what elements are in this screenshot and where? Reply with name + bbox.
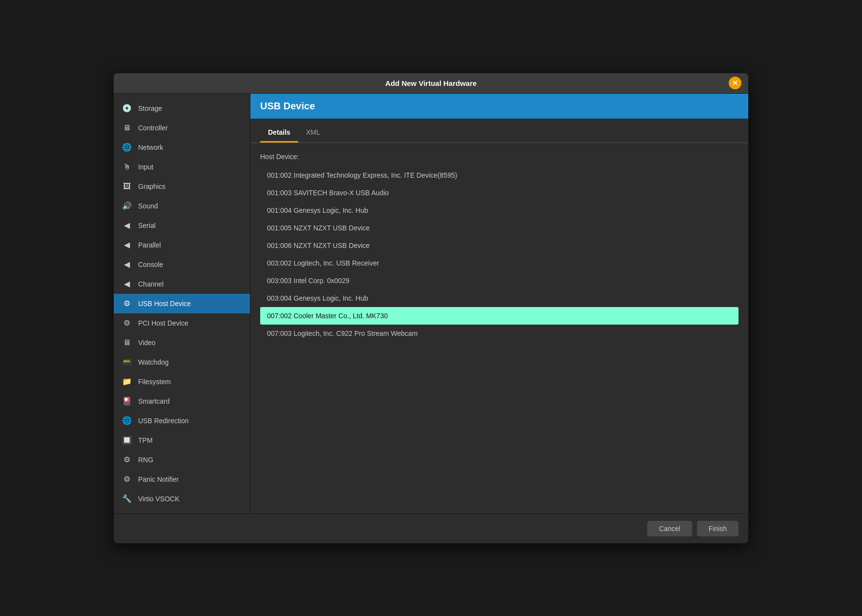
sidebar: 💿Storage🖥Controller🌐Network🖱Input🖼Graphi… bbox=[114, 94, 250, 513]
cancel-button[interactable]: Cancel bbox=[647, 521, 692, 536]
sidebar-item-console[interactable]: ◀Console bbox=[114, 255, 250, 274]
tab-details[interactable]: Details bbox=[260, 123, 298, 143]
finish-button[interactable]: Finish bbox=[697, 521, 739, 536]
sidebar-label-graphics: Graphics bbox=[138, 183, 165, 190]
controller-icon: 🖥 bbox=[122, 123, 132, 133]
channel-icon: ◀ bbox=[122, 279, 132, 289]
device-item-d6[interactable]: 003:002 Logitech, Inc. USB Receiver bbox=[260, 254, 739, 272]
pci-host-icon: ⚙ bbox=[122, 318, 132, 329]
sidebar-label-smartcard: Smartcard bbox=[138, 397, 170, 405]
device-item-d1[interactable]: 001:002 Integrated Technology Express, I… bbox=[260, 166, 739, 184]
usb-redirect-icon: 🌐 bbox=[122, 415, 132, 426]
device-list: 001:002 Integrated Technology Express, I… bbox=[260, 166, 739, 342]
sidebar-label-watchdog: Watchdog bbox=[138, 358, 169, 366]
panic-notifier-icon: ⚙ bbox=[122, 474, 132, 485]
sidebar-item-pci-host[interactable]: ⚙PCI Host Device bbox=[114, 313, 250, 333]
sidebar-item-virtio-vsock[interactable]: 🔧Virtio VSOCK bbox=[114, 489, 250, 509]
sidebar-label-pci-host: PCI Host Device bbox=[138, 319, 188, 327]
sidebar-label-parallel: Parallel bbox=[138, 241, 161, 249]
panel-body: Host Device: 001:002 Integrated Technolo… bbox=[250, 143, 748, 513]
sidebar-item-usb-redirect[interactable]: 🌐USB Redirection bbox=[114, 411, 250, 431]
network-icon: 🌐 bbox=[122, 142, 132, 153]
device-item-d3[interactable]: 001:004 Genesys Logic, Inc. Hub bbox=[260, 202, 739, 219]
sidebar-item-channel[interactable]: ◀Channel bbox=[114, 274, 250, 294]
video-icon: 🖥 bbox=[122, 337, 132, 348]
console-icon: ◀ bbox=[122, 259, 132, 270]
tabs: DetailsXML bbox=[250, 123, 748, 143]
smartcard-icon: 🎴 bbox=[122, 396, 132, 407]
sidebar-label-sound: Sound bbox=[138, 202, 158, 210]
title-bar: Add New Virtual Hardware ✕ bbox=[114, 73, 748, 94]
sidebar-label-network: Network bbox=[138, 144, 163, 151]
sidebar-label-panic-notifier: Panic Notifier bbox=[138, 475, 179, 483]
host-device-label: Host Device: bbox=[260, 153, 739, 161]
input-icon: 🖱 bbox=[122, 162, 132, 172]
sidebar-label-input: Input bbox=[138, 163, 153, 171]
sidebar-label-virtio-vsock: Virtio VSOCK bbox=[138, 495, 180, 503]
sidebar-item-serial[interactable]: ◀Serial bbox=[114, 216, 250, 235]
sidebar-item-storage[interactable]: 💿Storage bbox=[114, 99, 250, 118]
device-item-d4[interactable]: 001:005 NZXT NZXT USB Device bbox=[260, 219, 739, 237]
sidebar-label-usb-host: USB Host Device bbox=[138, 300, 191, 308]
sidebar-item-smartcard[interactable]: 🎴Smartcard bbox=[114, 391, 250, 411]
dialog-content: 💿Storage🖥Controller🌐Network🖱Input🖼Graphi… bbox=[114, 94, 748, 513]
sidebar-item-panic-notifier[interactable]: ⚙Panic Notifier bbox=[114, 470, 250, 489]
graphics-icon: 🖼 bbox=[122, 181, 132, 192]
sidebar-label-tpm: TPM bbox=[138, 436, 153, 444]
sidebar-item-watchdog[interactable]: 📟Watchdog bbox=[114, 352, 250, 372]
add-hardware-dialog: Add New Virtual Hardware ✕ 💿Storage🖥Cont… bbox=[114, 73, 748, 543]
sidebar-label-storage: Storage bbox=[138, 104, 162, 112]
device-item-d5[interactable]: 001:006 NZXT NZXT USB Device bbox=[260, 237, 739, 254]
sidebar-item-input[interactable]: 🖱Input bbox=[114, 157, 250, 177]
watchdog-icon: 📟 bbox=[122, 357, 132, 368]
sidebar-label-serial: Serial bbox=[138, 222, 156, 229]
main-panel: USB Device DetailsXML Host Device: 001:0… bbox=[250, 94, 748, 513]
sidebar-label-video: Video bbox=[138, 339, 156, 347]
sidebar-label-channel: Channel bbox=[138, 280, 164, 288]
sidebar-item-filesystem[interactable]: 📁Filesystem bbox=[114, 372, 250, 391]
sidebar-item-network[interactable]: 🌐Network bbox=[114, 138, 250, 157]
sidebar-label-rng: RNG bbox=[138, 456, 153, 464]
sidebar-item-parallel[interactable]: ◀Parallel bbox=[114, 235, 250, 255]
sidebar-label-usb-redirect: USB Redirection bbox=[138, 417, 189, 425]
sidebar-item-video[interactable]: 🖥Video bbox=[114, 333, 250, 352]
usb-host-icon: ⚙ bbox=[122, 298, 132, 309]
storage-icon: 💿 bbox=[122, 103, 132, 114]
sidebar-item-controller[interactable]: 🖥Controller bbox=[114, 118, 250, 138]
close-button[interactable]: ✕ bbox=[729, 77, 741, 89]
sidebar-label-controller: Controller bbox=[138, 124, 168, 132]
sidebar-item-sound[interactable]: 🔊Sound bbox=[114, 196, 250, 216]
device-item-d10[interactable]: 007:003 Logitech, Inc. C922 Pro Stream W… bbox=[260, 325, 739, 342]
sidebar-item-graphics[interactable]: 🖼Graphics bbox=[114, 177, 250, 196]
filesystem-icon: 📁 bbox=[122, 376, 132, 387]
tab-xml[interactable]: XML bbox=[298, 123, 328, 143]
sidebar-item-usb-host[interactable]: ⚙USB Host Device bbox=[114, 294, 250, 313]
virtio-vsock-icon: 🔧 bbox=[122, 493, 132, 504]
device-item-d2[interactable]: 001:003 SAVITECH Bravo-X USB Audio bbox=[260, 184, 739, 202]
footer: Cancel Finish bbox=[114, 513, 748, 543]
sound-icon: 🔊 bbox=[122, 201, 132, 211]
device-item-d7[interactable]: 003:003 Intel Corp. 0x0029 bbox=[260, 272, 739, 289]
sidebar-item-tpm[interactable]: 🔲TPM bbox=[114, 431, 250, 450]
panel-header: USB Device bbox=[250, 94, 748, 119]
parallel-icon: ◀ bbox=[122, 240, 132, 250]
dialog-title: Add New Virtual Hardware bbox=[385, 79, 476, 87]
sidebar-item-rng[interactable]: ⚙RNG bbox=[114, 450, 250, 470]
rng-icon: ⚙ bbox=[122, 454, 132, 465]
sidebar-label-filesystem: Filesystem bbox=[138, 378, 171, 386]
sidebar-label-console: Console bbox=[138, 261, 163, 268]
device-item-d8[interactable]: 003:004 Genesys Logic, Inc. Hub bbox=[260, 289, 739, 307]
device-item-d9[interactable]: 007:002 Cooler Master Co., Ltd. MK730 bbox=[260, 307, 739, 325]
tpm-icon: 🔲 bbox=[122, 435, 132, 446]
serial-icon: ◀ bbox=[122, 220, 132, 231]
